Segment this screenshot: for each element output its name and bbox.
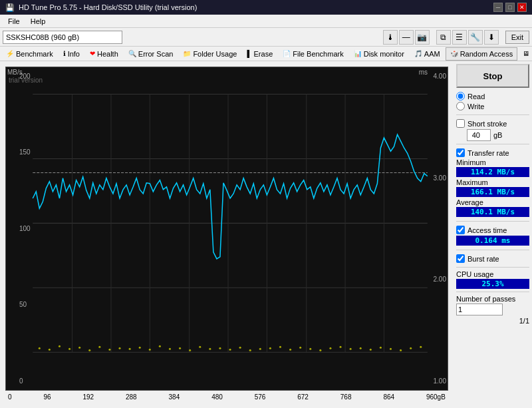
maximize-button[interactable]: □ [505,3,515,12]
passes-input[interactable] [456,304,503,315]
svg-point-20 [78,347,80,349]
tab-info[interactable]: ℹ Info [59,47,84,61]
stop-button[interactable]: Stop [456,64,529,88]
tab-random-access[interactable]: 🎲 Random Access [446,47,517,61]
tab-disk-monitor[interactable]: 📊 Disk monitor [349,47,409,61]
folder-icon: 📁 [183,50,191,57]
short-stroke-label: Short stroke [467,120,507,128]
title-bar: 💾 HD Tune Pro 5.75 - Hard Disk/SSD Utili… [0,0,532,15]
left-axis-100: 100 [19,225,31,232]
svg-point-16 [39,347,41,349]
svg-point-54 [420,346,422,348]
wrench-icon[interactable]: 🔧 [468,30,483,45]
access-time-checkbox[interactable] [456,226,465,234]
cpu-usage-value: 25.3% [456,279,529,289]
svg-point-40 [279,346,281,348]
svg-point-48 [360,347,362,349]
tab-health-label: Health [97,50,118,58]
short-stroke-value[interactable] [467,129,491,141]
write-radio[interactable] [456,102,465,110]
benchmark-icon: ⚡ [6,50,14,57]
right-panel: Stop Read Write Short stroke gB [454,61,532,393]
short-stroke-checkbox[interactable] [456,119,465,128]
svg-point-18 [59,345,61,347]
minimum-label: Minimum [456,158,529,166]
tab-error-scan[interactable]: 🔍 Error Scan [124,47,178,61]
left-axis-0: 0 [19,377,31,385]
svg-point-43 [309,348,311,350]
info-icon: ℹ [63,50,66,57]
help-menu[interactable]: Help [25,15,51,27]
svg-point-33 [209,348,211,350]
burst-rate-checkbox[interactable] [456,254,465,263]
toolbar: 🌡 — 📷 ⧉ ☰ 🔧 ⬇ Exit [0,28,532,47]
x-672: 672 [297,393,309,401]
svg-point-52 [400,349,402,351]
tab-benchmark[interactable]: ⚡ Benchmark [1,47,58,61]
drive-selector[interactable] [3,31,122,44]
access-time-label: Access time [467,226,507,234]
right-axis-4: 4.00 [434,73,446,80]
x-192: 192 [82,393,94,401]
read-write-group: Read Write [456,92,529,110]
tab-info-label: Info [68,50,80,58]
right-axis-3: 3.00 [434,174,446,182]
tab-random-access-label: Random Access [460,50,513,58]
read-radio[interactable] [456,92,465,101]
svg-point-51 [390,348,392,350]
left-axis-50: 50 [19,301,31,308]
tab-extra-tests[interactable]: 🖥 Extra tests [518,47,532,61]
tab-file-benchmark[interactable]: 📄 File Benchmark [278,47,348,61]
close-button[interactable]: ✕ [517,3,527,12]
short-stroke-unit: gB [493,131,502,139]
tab-erase[interactable]: ▌ Erase [242,47,277,61]
svg-point-24 [119,347,121,349]
download-icon[interactable]: ⬇ [484,30,499,45]
list-icon[interactable]: ☰ [452,30,467,45]
error-scan-icon: 🔍 [128,50,136,57]
minimize-button[interactable]: ─ [493,3,503,12]
menu-bar: File Help [0,15,532,28]
tab-folder-usage[interactable]: 📁 Folder Usage [178,47,241,61]
svg-point-50 [380,347,382,349]
temp-icon[interactable]: 🌡 [383,30,398,45]
svg-point-28 [159,345,161,347]
svg-point-42 [299,347,301,349]
svg-point-21 [88,349,90,351]
svg-point-49 [370,349,372,351]
camera-icon[interactable]: 📷 [415,30,430,45]
disk-monitor-icon: 📊 [354,50,362,57]
file-menu[interactable]: File [3,15,25,27]
svg-point-29 [169,348,171,350]
svg-point-27 [149,349,151,351]
tab-health[interactable]: ❤ Health [85,47,123,61]
left-axis-150: 150 [19,148,31,156]
left-axis-200: 200 [19,73,31,80]
tab-folder-label: Folder Usage [193,50,237,58]
minus-icon[interactable]: — [399,30,414,45]
maximum-label: Maximum [456,178,529,186]
x-axis: 0 96 192 288 384 480 576 672 768 864 960… [5,393,448,401]
svg-point-35 [229,349,231,351]
exit-button[interactable]: Exit [505,31,529,44]
right-axis: 4.00 3.00 2.00 1.00 [434,67,446,390]
file-benchmark-icon: 📄 [283,50,291,57]
svg-point-47 [350,348,352,350]
transfer-rate-checkbox[interactable] [456,148,465,157]
tab-error-scan-label: Error Scan [138,50,174,58]
read-label: Read [467,93,485,101]
burst-rate-label: Burst rate [467,255,499,263]
svg-point-53 [410,347,412,349]
svg-point-39 [269,347,271,349]
erase-icon: ▌ [247,50,251,57]
x-0: 0 [8,393,12,401]
copy-icon[interactable]: ⧉ [436,30,451,45]
svg-point-17 [49,349,51,351]
y-right-label: ms [419,69,428,76]
tab-file-benchmark-label: File Benchmark [293,50,343,58]
passes-label: Number of passes [456,295,529,303]
x-384: 384 [169,393,180,401]
average-value: 140.1 MB/s [456,207,529,217]
tab-aam[interactable]: 🎵 AAM [410,47,445,61]
cpu-usage-label: CPU usage [456,270,529,278]
